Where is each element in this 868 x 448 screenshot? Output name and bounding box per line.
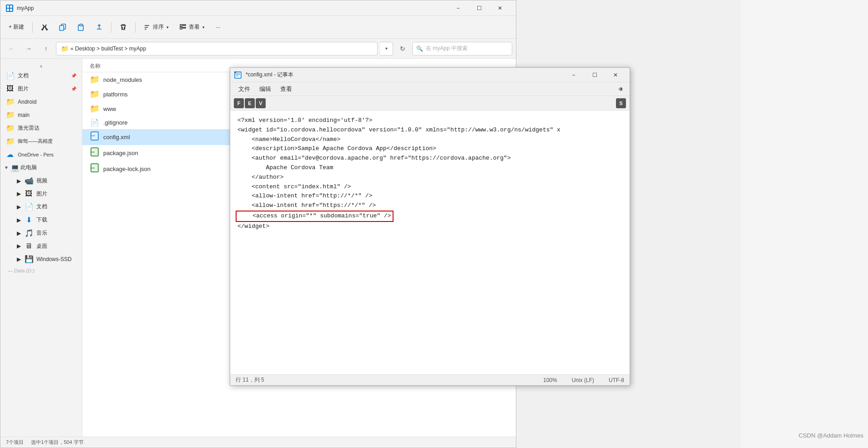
copy-button[interactable] bbox=[55, 21, 71, 34]
notepad-menu-file[interactable]: 文件 bbox=[234, 83, 255, 95]
sidebar-item-data-d[interactable]: — Data (D:) bbox=[0, 266, 82, 276]
json-lock-file-icon: json bbox=[90, 163, 100, 175]
notepad-menu-edit[interactable]: 编辑 bbox=[255, 83, 276, 95]
sidebar-item-windows-ssd-label: Windows-SSD bbox=[36, 256, 71, 262]
notepad-settings-button[interactable] bbox=[613, 84, 626, 95]
search-box[interactable]: 🔍 在 myApp 中搜索 bbox=[412, 42, 512, 55]
new-button[interactable]: + 新建 bbox=[4, 20, 29, 34]
svg-rect-0 bbox=[7, 5, 9, 8]
sidebar-item-onedrive[interactable]: ☁ OneDrive - Pers bbox=[0, 148, 82, 161]
pin-icon: 📌 bbox=[71, 73, 76, 78]
sidebar-item-thispc[interactable]: ▼ 💻 此电脑 bbox=[0, 161, 82, 174]
sidebar-item-downloads-label: 下载 bbox=[36, 216, 47, 224]
notepad-title-bar: *config.xml - 记事本 − ☐ ✕ bbox=[230, 68, 630, 82]
notepad-icon bbox=[234, 71, 242, 79]
status-selected: 选中1个项目，504 字节 bbox=[31, 439, 84, 446]
svg-rect-19 bbox=[234, 71, 236, 73]
cut-button[interactable] bbox=[36, 21, 53, 34]
sidebar-item-video-label: 视频 bbox=[36, 177, 47, 185]
video-chevron-icon: ▶ bbox=[17, 178, 21, 184]
folder-icon: 📁 bbox=[90, 104, 100, 114]
sidebar-item-thispc-label: 此电脑 bbox=[20, 164, 37, 171]
svg-rect-9 bbox=[183, 25, 186, 25]
sidebar-item-main[interactable]: 📁 main bbox=[0, 108, 82, 121]
text-file-icon: 📄 bbox=[90, 118, 100, 127]
svg-rect-7 bbox=[80, 24, 82, 26]
xml-file-icon: xml bbox=[90, 131, 100, 143]
notepad-status-encoding: UTF-8 bbox=[609, 377, 624, 383]
notepad-minimize-button[interactable]: − bbox=[563, 68, 584, 82]
up-button[interactable]: ↑ bbox=[39, 42, 53, 55]
music-chevron-icon: ▶ bbox=[17, 230, 21, 237]
sidebar-item-yujiia[interactable]: 📁 御驾——高精度 bbox=[0, 135, 82, 148]
share-button[interactable] bbox=[91, 21, 107, 34]
notepad-menu-view[interactable]: 查看 bbox=[276, 83, 297, 95]
windows-ssd-chevron-icon: ▶ bbox=[17, 256, 21, 262]
badge-s[interactable]: S bbox=[616, 98, 626, 108]
notepad-status-zoom: 100% bbox=[543, 377, 557, 383]
notepad-window-controls: − ☐ ✕ bbox=[563, 68, 626, 82]
address-chevron[interactable]: ▾ bbox=[380, 42, 393, 55]
sidebar-item-yujiia-label: 御驾——高精度 bbox=[18, 138, 53, 145]
docs2-chevron-icon: ▶ bbox=[17, 204, 21, 210]
notepad-status-right: 100% Unix (LF) UTF-8 bbox=[543, 377, 624, 383]
badge-e[interactable]: E bbox=[245, 98, 255, 108]
documents-icon: 📄 bbox=[6, 71, 14, 80]
sidebar-item-lidar[interactable]: 📁 激光雷达 bbox=[0, 121, 82, 135]
sidebar-item-android-label: Android bbox=[18, 99, 36, 105]
desktop-icon: 🖥 bbox=[25, 242, 33, 250]
svg-rect-1 bbox=[10, 5, 12, 8]
more-button[interactable]: ··· bbox=[211, 21, 225, 33]
explorer-maximize-button[interactable]: ☐ bbox=[469, 0, 490, 16]
sidebar-item-pictures[interactable]: 🖼 图片 📌 bbox=[0, 82, 82, 95]
view-label: 查看 bbox=[189, 23, 200, 31]
notepad-content[interactable]: <?xml version='1.0' encoding='utf-8'?> <… bbox=[230, 111, 630, 374]
badge-f[interactable]: F bbox=[234, 98, 244, 108]
sidebar-item-video[interactable]: ▶ 📹 视频 bbox=[0, 174, 82, 187]
sidebar-item-windows-ssd[interactable]: ▶ 💾 Windows-SSD bbox=[0, 252, 82, 266]
sidebar-item-docs2[interactable]: ▶ 📄 文档 bbox=[0, 200, 82, 213]
toolbar-separator-2 bbox=[111, 22, 111, 33]
refresh-button[interactable]: ↻ bbox=[396, 42, 409, 55]
notepad-title-text: *config.xml - 记事本 bbox=[246, 71, 563, 79]
sidebar-item-android[interactable]: 📁 Android bbox=[0, 95, 82, 108]
notepad-maximize-button[interactable]: ☐ bbox=[584, 68, 605, 82]
sidebar-item-downloads[interactable]: ▶ ⬇ 下载 bbox=[0, 213, 82, 227]
explorer-close-button[interactable]: ✕ bbox=[490, 0, 510, 16]
explorer-toolbar: + 新建 排序 ▾ 查看 ▾ ··· bbox=[0, 16, 516, 39]
notepad-window: *config.xml - 记事本 − ☐ ✕ 文件 编辑 查看 F E V S… bbox=[230, 67, 630, 386]
address-path[interactable]: 📁 « Desktop > buildTest > myApp bbox=[56, 42, 378, 55]
notepad-close-button[interactable]: ✕ bbox=[605, 68, 626, 82]
folder-icon: 📁 bbox=[90, 75, 100, 85]
explorer-minimize-button[interactable]: − bbox=[448, 0, 469, 16]
forward-button[interactable]: → bbox=[21, 42, 36, 55]
view-button[interactable]: 查看 ▾ bbox=[175, 20, 209, 34]
search-placeholder: 在 myApp 中搜索 bbox=[426, 45, 468, 52]
sidebar-item-desktop[interactable]: ▶ 🖥 桌面 bbox=[0, 240, 82, 252]
badge-v[interactable]: V bbox=[256, 98, 266, 108]
notepad-menu-right bbox=[613, 84, 626, 95]
svg-text:json: json bbox=[91, 151, 95, 153]
address-folder-icon: 📁 bbox=[61, 45, 69, 52]
sidebar-item-onedrive-label: OneDrive - Pers bbox=[18, 152, 54, 157]
toolbar-separator-3 bbox=[135, 22, 136, 33]
back-button[interactable]: ← bbox=[4, 42, 19, 55]
sidebar-item-pictures2[interactable]: ▶ 🖼 图片 bbox=[0, 187, 82, 200]
paste-button[interactable] bbox=[73, 21, 89, 34]
onedrive-icon: ☁ bbox=[6, 150, 14, 159]
scroll-up-indicator: ▲ bbox=[0, 62, 82, 69]
notepad-menu: 文件 编辑 查看 bbox=[230, 82, 630, 96]
sidebar-item-main-label: main bbox=[18, 112, 30, 118]
explorer-title-text: myApp bbox=[17, 5, 448, 11]
main-folder-icon: 📁 bbox=[6, 111, 14, 119]
docs2-icon: 📄 bbox=[25, 202, 33, 211]
sort-button[interactable]: 排序 ▾ bbox=[139, 20, 173, 34]
sidebar-item-documents[interactable]: 📄 文档 📌 bbox=[0, 69, 82, 82]
toolbar-separator-1 bbox=[32, 22, 33, 33]
pictures2-chevron-icon: ▶ bbox=[17, 191, 21, 197]
explorer-status-bar: 7个项目 选中1个项目，504 字节 bbox=[0, 437, 516, 448]
sidebar-item-music[interactable]: ▶ 🎵 音乐 bbox=[0, 227, 82, 240]
thispc-chevron-icon: ▼ bbox=[4, 165, 9, 170]
svg-rect-11 bbox=[183, 27, 186, 28]
delete-button[interactable] bbox=[115, 21, 131, 34]
